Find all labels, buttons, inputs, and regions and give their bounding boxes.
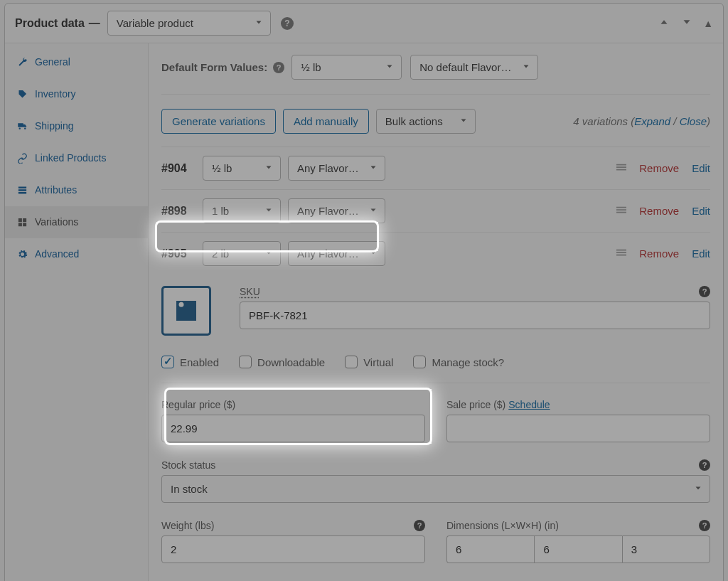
default-weight-select[interactable]: ½ lb xyxy=(291,55,402,80)
main-content: Default Form Values: ? ½ lb No default F… xyxy=(149,43,723,581)
close-link[interactable]: Close xyxy=(680,115,707,127)
variation-flavor-select[interactable]: Any Flavor… xyxy=(288,241,385,266)
variation-image-placeholder[interactable] xyxy=(161,286,211,336)
remove-link[interactable]: Remove xyxy=(639,162,679,174)
remove-link[interactable]: Remove xyxy=(639,205,679,217)
regular-price-input[interactable] xyxy=(161,415,425,442)
sku-input[interactable] xyxy=(240,302,710,329)
measurements-row: Weight (lbs) ? Dimensions (L×W×H) (in) ? xyxy=(161,520,710,563)
collapse-icon[interactable]: ▲ xyxy=(703,18,713,28)
sidebar-item-label: Shipping xyxy=(35,120,74,132)
stock-status-block: Stock status ? In stock xyxy=(161,459,710,503)
variation-weight-select[interactable]: 2 lb xyxy=(203,241,281,266)
sidebar-item-variations[interactable]: Variations xyxy=(5,206,148,238)
variation-id: #898 xyxy=(161,205,197,218)
sale-price-block: Sale price ($) Schedule xyxy=(446,399,710,442)
weight-label: Weight (lbs) ? xyxy=(161,520,425,531)
panel-header-controls: ▲ xyxy=(658,16,713,31)
variation-flavor-select[interactable]: Any Flavor… xyxy=(288,198,385,223)
move-down-icon[interactable] xyxy=(680,16,693,31)
remove-link[interactable]: Remove xyxy=(639,247,679,260)
sidebar-item-label: Attributes xyxy=(35,184,77,196)
edit-link[interactable]: Edit xyxy=(692,162,710,174)
move-up-icon[interactable] xyxy=(658,16,670,31)
edit-link[interactable]: Edit xyxy=(692,247,710,260)
dimensions-block: Dimensions (L×W×H) (in) ? xyxy=(446,520,710,563)
sale-price-input[interactable] xyxy=(446,415,710,442)
sidebar-item-attributes[interactable]: Attributes xyxy=(5,174,148,206)
sidebar-item-shipping[interactable]: Shipping xyxy=(5,110,148,142)
virtual-checkbox-item[interactable]: Virtual xyxy=(345,356,393,368)
weight-input[interactable] xyxy=(161,535,425,563)
price-row: Regular price ($) Sale price ($) Schedul… xyxy=(161,399,710,442)
generate-variations-button[interactable]: Generate variations xyxy=(161,109,276,134)
variation-weight-select[interactable]: 1 lb xyxy=(203,198,281,223)
link-icon xyxy=(16,152,28,164)
sidebar-item-advanced[interactable]: Advanced xyxy=(5,238,148,270)
sidebar-item-general[interactable]: General xyxy=(5,46,148,78)
variations-actions-row: Generate variations Add manually Bulk ac… xyxy=(161,109,710,134)
dimension-width-input[interactable] xyxy=(534,535,621,563)
add-manually-button[interactable]: Add manually xyxy=(283,109,369,134)
sidebar-item-label: Variations xyxy=(35,216,78,228)
drag-handle-icon[interactable] xyxy=(616,247,626,260)
stock-status-label: Stock status ? xyxy=(161,459,710,471)
help-icon[interactable]: ? xyxy=(414,520,425,531)
product-type-select[interactable]: Variable product xyxy=(107,11,271,36)
help-icon[interactable]: ? xyxy=(281,17,294,30)
list-icon xyxy=(16,184,28,196)
expand-link[interactable]: Expand xyxy=(634,115,670,127)
stock-status-select-wrap: In stock xyxy=(161,475,710,503)
help-icon[interactable]: ? xyxy=(699,520,710,531)
stock-status-select[interactable]: In stock xyxy=(161,475,710,503)
variation-row: #904 ½ lb Any Flavor… Remove Edit xyxy=(161,146,710,189)
variations-count: 4 variations (Expand / Close) xyxy=(573,115,710,127)
default-flavor-select[interactable]: No default Flavor… xyxy=(410,55,538,80)
regular-price-block: Regular price ($) xyxy=(161,399,425,442)
downloadable-checkbox-item[interactable]: Downloadable xyxy=(239,356,325,368)
sidebar-item-label: Inventory xyxy=(35,88,76,100)
grid-icon xyxy=(16,216,28,228)
enabled-checkbox-item[interactable]: Enabled xyxy=(161,356,219,368)
sidebar-item-linked[interactable]: Linked Products xyxy=(5,142,148,174)
image-icon xyxy=(171,296,201,326)
sku-block: SKU ? xyxy=(240,286,710,336)
sidebar-item-label: General xyxy=(35,56,70,68)
drag-handle-icon[interactable] xyxy=(616,162,626,174)
sidebar: General Inventory Shipping Linked Produc… xyxy=(5,43,149,581)
manage-stock-checkbox-item[interactable]: Manage stock? xyxy=(413,356,504,368)
regular-price-label: Regular price ($) xyxy=(161,399,425,410)
virtual-checkbox[interactable] xyxy=(345,356,358,368)
bulk-actions-select-wrap: Bulk actions xyxy=(376,109,476,134)
bulk-actions-select[interactable]: Bulk actions xyxy=(376,109,476,134)
wrench-icon xyxy=(16,56,28,68)
edit-link[interactable]: Edit xyxy=(692,205,710,217)
variation-weight-select[interactable]: ½ lb xyxy=(203,156,281,181)
schedule-link[interactable]: Schedule xyxy=(508,399,550,410)
help-icon[interactable]: ? xyxy=(699,459,710,471)
sale-price-label: Sale price ($) Schedule xyxy=(446,399,710,410)
product-type-select-wrap: Variable product xyxy=(107,11,271,36)
help-icon[interactable]: ? xyxy=(699,286,710,297)
manage-stock-checkbox[interactable] xyxy=(413,356,426,368)
weight-block: Weight (lbs) ? xyxy=(161,520,425,563)
truck-icon xyxy=(16,120,28,132)
title-dash: — xyxy=(89,17,100,30)
dimensions-group xyxy=(446,535,710,563)
variation-id: #905 xyxy=(161,247,197,260)
dimension-height-input[interactable] xyxy=(622,535,710,563)
variation-flavor-select[interactable]: Any Flavor… xyxy=(288,156,385,181)
checkbox-row: Enabled Downloadable Virtual Manage stoc… xyxy=(161,350,710,383)
sidebar-item-label: Linked Products xyxy=(35,152,106,164)
product-data-panel: Product data — Variable product ? ▲ Gene… xyxy=(4,3,724,581)
drag-handle-icon[interactable] xyxy=(616,205,626,217)
sidebar-item-inventory[interactable]: Inventory xyxy=(5,78,148,110)
downloadable-checkbox[interactable] xyxy=(239,356,252,368)
enabled-checkbox[interactable] xyxy=(161,356,174,368)
help-icon[interactable]: ? xyxy=(273,62,284,73)
variation-row: #898 1 lb Any Flavor… Remove Edit xyxy=(161,189,710,232)
variation-id: #904 xyxy=(161,162,197,175)
default-values-label: Default Form Values: xyxy=(161,61,267,73)
panel-title: Product data xyxy=(15,17,85,30)
dimension-length-input[interactable] xyxy=(446,535,534,563)
